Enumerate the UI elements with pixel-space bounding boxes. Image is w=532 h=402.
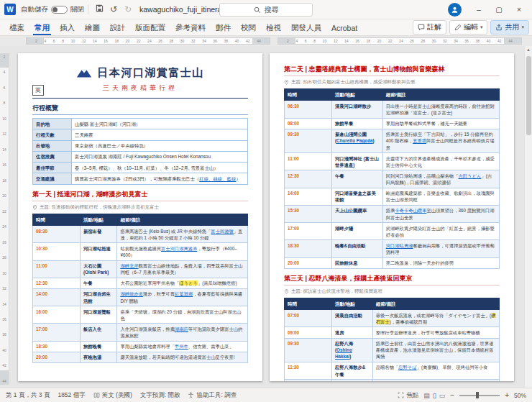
redo-icon[interactable]: ↻ bbox=[121, 4, 134, 14]
word-app-icon[interactable]: W bbox=[4, 4, 16, 15]
itinerary-row[interactable]: 14:00 河口湖音樂盒之森美術館 歐洲庭園風建築群，音樂盒收藏、歌劇演出，玫瑰… bbox=[285, 188, 500, 205]
itinerary-row[interactable]: 06:30 清晨河口湖畔散步 日出後一小時是富士山清晰度最高的時段，前往旅館附近… bbox=[285, 101, 500, 118]
itinerary-row[interactable]: 11:00 河口淺間神社 (富士山世界遺產) 忠靈塔下方的世界遺產構成資產，千年… bbox=[285, 153, 500, 170]
itinerary-row[interactable]: 20:00 回旅館休息 第二晚溫泉，消除一天步行的疲勞 bbox=[285, 257, 500, 268]
horizontal-ruler-page2[interactable]: 2468101214161820222426283032343638404244 bbox=[278, 37, 522, 45]
maximize-button[interactable]: ▢ bbox=[489, 1, 509, 18]
time-cell: 14:00 bbox=[285, 188, 332, 205]
ruler-number: 10 bbox=[71, 39, 75, 43]
language-badge[interactable]: 英 bbox=[32, 85, 44, 96]
column-header: 時間 bbox=[285, 298, 332, 309]
itinerary-row[interactable]: 09:30 新倉山淺間公園 (Chureito Pagoda) 搭乘富士急行線至… bbox=[285, 129, 500, 152]
ribbon-tab[interactable]: 開發人員 bbox=[286, 19, 326, 35]
overview-row[interactable]: 出發地 東京新宿（高速巴士／中央線特急） bbox=[33, 140, 248, 151]
language-indicator[interactable]: 英文 (美國) bbox=[93, 391, 132, 400]
time-cell: 11:30 bbox=[285, 362, 332, 379]
itinerary-row[interactable]: 12:30 午餐 回到河口湖站周邊，品嚐山梨名物「吉田うどん」(吉田烏龍麵)，口… bbox=[285, 170, 500, 188]
page-indicator[interactable]: 第 1 頁，共 3 頁 bbox=[6, 391, 50, 400]
itinerary-row[interactable]: 08:00 旅館早餐 享用自助早餐或和式早餐，補充一天能量 bbox=[285, 118, 500, 129]
detail-cell: 歐洲庭園風建築群，音樂盒收藏、歌劇演出，玫瑰園與富士山湖景同框 bbox=[382, 188, 499, 205]
editing-button[interactable]: 編輯 ▾ bbox=[449, 20, 488, 35]
itinerary-row[interactable]: 10:30 河口湖站抵達 站前觀光服務處購買富士河口湖周遊券，寄放行李（¥400… bbox=[33, 243, 248, 260]
ruler-number: 22 bbox=[137, 39, 141, 43]
itinerary-row[interactable]: 15:30 天上山公園纜車 搭乘卡奇卡奇山纜車至山頂展望台，360 度飽覽河口湖… bbox=[285, 205, 500, 222]
itinerary-row[interactable]: 14:00 河口湖自然生活館 湖畔散步道漫步，秋季可賞紅葉迴廊，春夏有藍莓採摘與… bbox=[33, 288, 248, 306]
ribbon-tab[interactable]: 校閱 bbox=[236, 19, 261, 35]
itinerary-row[interactable]: 18:30 旅館晚餐 享用山梨縣當地會席料理「甲州牛、信玄雞、當季山菜」 bbox=[33, 341, 248, 352]
undo-icon[interactable]: ↺ bbox=[107, 4, 120, 14]
save-icon[interactable] bbox=[93, 4, 106, 14]
itinerary-row[interactable]: 17:00 湖畔夕陽 於湖畔欣賞夕陽染紅富士山的「紅富士」絕景，攝影愛好者必拍 bbox=[285, 223, 500, 240]
itinerary-row[interactable]: 09:30 忍野八海 (Oshino Hakkai) 搭乘巴士前往，由富士山雪水… bbox=[285, 338, 500, 362]
ruler-number: 28 bbox=[170, 39, 174, 43]
autosave-toggle[interactable]: 自動儲存 關閉 bbox=[21, 5, 84, 14]
ribbon-tab[interactable]: 插入 bbox=[55, 19, 80, 35]
activity-cell: 忍野八海 (Oshino Hakkai) bbox=[332, 338, 373, 362]
activity-cell: 午餐 bbox=[332, 170, 383, 188]
comments-button[interactable]: 註解 bbox=[413, 20, 446, 35]
search-placeholder: 搜尋 bbox=[265, 5, 279, 15]
itinerary-row[interactable]: 17:00 飯店入住 入住河口湖溫泉飯店，推薦湖南莊等可泡湯欣賞夕陽富士山的溫泉… bbox=[33, 324, 248, 341]
vertical-ruler[interactable]: 2468101214161820222426283032343638404244 bbox=[0, 53, 9, 385]
zoom-out-button[interactable]: − bbox=[450, 391, 454, 399]
pencil-icon bbox=[454, 24, 462, 31]
avatar[interactable] bbox=[448, 3, 462, 17]
focus-button[interactable]: 焦點 bbox=[398, 391, 418, 400]
itinerary-row[interactable]: 07:00 清晨自由活動 最後一次飯店溫泉，或在湖畔等待「ダイヤモンド富士」(鑽… bbox=[285, 310, 500, 327]
itinerary-row[interactable]: 18:30 晚餐&自由活動 河口湖站周邊餐廳自由用餐，可選擇居酒屋或甲州葡萄酒料… bbox=[285, 240, 500, 257]
ribbon-tab[interactable]: 版面配置 bbox=[130, 19, 170, 35]
horizontal-ruler-page1[interactable]: 2468101214161820222426283032343638404244 bbox=[26, 37, 270, 45]
ribbon-tab[interactable]: Acrobat bbox=[326, 19, 362, 35]
accessibility-icon bbox=[188, 392, 194, 398]
ribbon-tab[interactable]: 檔案 bbox=[4, 19, 29, 35]
itinerary-row[interactable]: 11:00 大石公園 (Oishi Park) 湖畔北岸觀賞富士山絕佳地點，免費… bbox=[33, 260, 248, 278]
word-count[interactable]: 1852 個字 bbox=[58, 391, 85, 400]
itinerary-row[interactable]: 09:00 退房 整理行李並辦理退房，行李可寄放飯店或車站寄物櫃 bbox=[285, 327, 500, 338]
document-page-2[interactable]: 第二天 | 忠靈塔經典富士構圖，富士山博物館與音樂森林 主題: 拍出明信片般的富… bbox=[270, 53, 514, 381]
overview-value: 山梨縣 富士河口湖町（河口湖） bbox=[72, 119, 248, 129]
zoom-in-button[interactable]: + bbox=[505, 391, 509, 399]
ribbon-tab[interactable]: 繪圖 bbox=[80, 19, 105, 35]
ruler-number: 16 bbox=[355, 39, 359, 43]
ruler-number: 10 bbox=[323, 39, 327, 43]
minimize-button[interactable]: – bbox=[469, 1, 489, 18]
search-box[interactable]: 搜尋 bbox=[219, 3, 313, 17]
close-button[interactable]: × bbox=[509, 1, 529, 18]
itinerary-row[interactable]: 12:30 午餐 大石公園附近享用甲州名物「ほうとう」(南瓜味噌麵疙瘩) bbox=[33, 278, 248, 288]
ribbon-tab[interactable]: 設計 bbox=[105, 19, 130, 35]
time-cell: 13:00 bbox=[285, 380, 332, 381]
ribbon-tab[interactable]: 參考資料 bbox=[170, 19, 211, 35]
day1-table-body: 08:30 新宿出發 搭乘高速巴士 (Keio Bus) 或 JR 中央線特急「… bbox=[33, 226, 248, 363]
document-page-1[interactable]: 日本河口湖賞富士山 英 三天兩夜精華行程 行程概覽 目的地 山梨縣 富士河口湖町… bbox=[18, 53, 262, 381]
print-layout-icon[interactable]: ▯ bbox=[433, 392, 436, 399]
itinerary-row[interactable]: 16:00 河口湖遊覽船 搭乘「天晴號」環湖約 20 分鐘，自湖面欣賞富士山與湖… bbox=[33, 306, 248, 324]
itinerary-row[interactable]: 08:30 新宿出發 搭乘高速巴士 (Keio Bus) 或 JR 中央線特急「… bbox=[33, 226, 248, 243]
ribbon-tab[interactable]: 常用 bbox=[29, 19, 55, 35]
time-cell: 12:30 bbox=[285, 170, 332, 188]
time-cell: 14:00 bbox=[33, 288, 81, 306]
accessibility-status[interactable]: 協助工具: 調查 bbox=[188, 391, 237, 400]
scrollbar-thumb[interactable] bbox=[526, 56, 531, 135]
autosave-switch[interactable] bbox=[51, 6, 68, 14]
read-mode-icon[interactable]: ▤ bbox=[423, 392, 430, 399]
itinerary-row[interactable]: 20:00 夜晚泡湯 露天溫泉放鬆，若天氣晴朗可邊泡湯邊賞富士山星空夜景! bbox=[33, 352, 248, 362]
web-layout-icon[interactable]: ▭ bbox=[439, 392, 446, 399]
overview-row[interactable]: 目的地 山梨縣 富士河口湖町（河口湖） bbox=[33, 119, 248, 129]
itinerary-row[interactable]: 13:00 河口湖站周邊採購 返回河口湖站，採購富士山造型餅乾、山梨葡萄酒、信玄… bbox=[285, 380, 500, 381]
text-prediction[interactable]: 文字預測: 開啟 bbox=[140, 391, 180, 400]
vertical-scrollbar[interactable]: ▲ bbox=[524, 46, 532, 388]
ribbon-tab[interactable]: 郵件 bbox=[211, 19, 236, 35]
itinerary-row[interactable]: 11:30 忍野八海散步&午餐 品嚐名物「忍野そば」(蕎麥麵)、草餅、現烤仙貝等… bbox=[285, 362, 500, 379]
time-cell: 09:00 bbox=[285, 327, 332, 338]
day1-theme-text: 主題: 長途移動後的輕鬆行程，傍晚漫步湖畔步道初見富士 bbox=[40, 204, 159, 211]
overview-row[interactable]: 交通建議 購買富士河口湖周遊券（2日或3日），可無限搭乘觀光巴士（紅線、綠線、藍… bbox=[33, 173, 248, 184]
ribbon-tab[interactable]: 檢視 bbox=[261, 19, 286, 35]
scroll-up-icon[interactable]: ▲ bbox=[525, 46, 532, 52]
share-button[interactable]: 共用 ▾ bbox=[490, 20, 529, 35]
zoom-percent[interactable]: 50% bbox=[514, 392, 526, 399]
zoom-slider[interactable] bbox=[459, 395, 500, 396]
overview-row[interactable]: 行程天數 三天兩夜 bbox=[33, 129, 248, 140]
overview-row[interactable]: 最佳季節 春（3–5月, 櫻花）、秋（10–11月, 紅葉）、冬（12–2月, … bbox=[33, 163, 248, 173]
zoom-slider-thumb[interactable] bbox=[476, 392, 479, 398]
overview-row[interactable]: 住宿推薦 富士河口湖溫泉 湖南莊 / Fuji Kawaguchiko Onse… bbox=[33, 151, 248, 162]
